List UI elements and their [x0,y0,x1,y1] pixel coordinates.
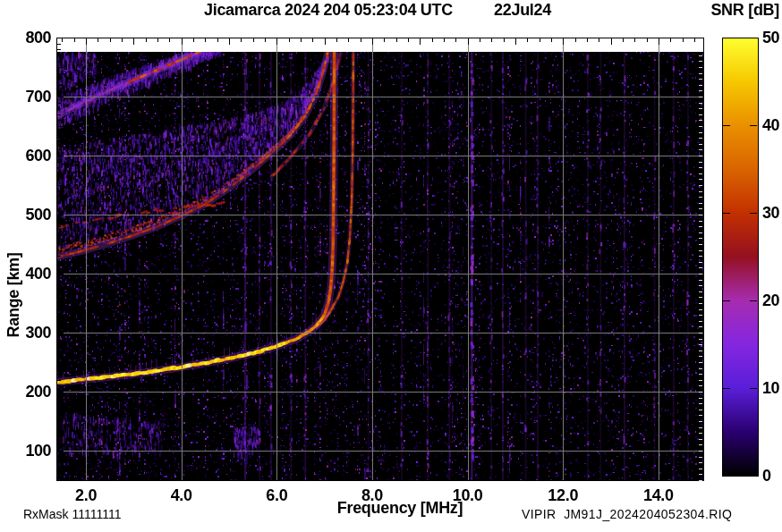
colorbar-tick-label-50: 50 [762,28,779,47]
colorbar-tick-label-30: 30 [762,203,779,223]
y-tick-label-200: 200 [15,382,51,401]
x-tick-label-6.0: 6.0 [250,486,303,505]
y-tick-label-300: 300 [15,323,51,342]
y-tick-label-600: 600 [15,146,51,165]
x-tick-label-10.0: 10.0 [441,486,495,505]
ionogram-figure: Jicamarca 2024 204 05:23:04 UTC 22Jul24 … [0,0,782,532]
y-tick-label-700: 700 [15,87,51,106]
colorbar-title: SNR [dB] [710,1,779,20]
colorbar-tick-label-10: 10 [762,378,779,398]
y-tick-label-800: 800 [15,28,51,47]
colorbar-tick-label-0: 0 [762,466,771,486]
plot-date: 22Jul24 [494,1,551,20]
y-tick-label-400: 400 [15,264,51,283]
colorbar-tick-label-20: 20 [762,291,779,310]
footer-rxmask: RxMask 11111111 [23,507,121,521]
x-tick-label-8.0: 8.0 [345,486,399,505]
y-tick-label-500: 500 [15,205,51,224]
footer-filename: VIPIR JM91J_2024204052304.RIQ [522,507,732,521]
y-tick-label-100: 100 [15,441,51,460]
x-tick-label-12.0: 12.0 [536,486,590,505]
ionogram-canvas [0,0,782,532]
x-tick-label-14.0: 14.0 [632,486,685,505]
colorbar-tick-label-40: 40 [762,115,779,135]
plot-title: Jicamarca 2024 204 05:23:04 UTC [204,1,453,20]
x-tick-label-4.0: 4.0 [155,486,208,505]
x-tick-label-2.0: 2.0 [59,486,113,505]
